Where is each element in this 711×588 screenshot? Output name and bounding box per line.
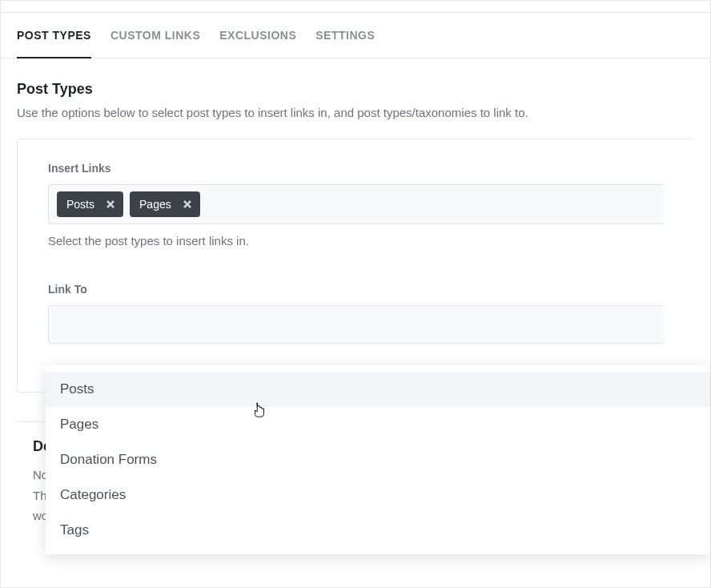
section-description: Use the options below to select post typ… <box>17 106 694 119</box>
close-icon <box>106 199 115 209</box>
settings-panel: Insert Links Posts Pages Select the post… <box>17 139 694 393</box>
link-to-label: Link To <box>48 283 664 296</box>
link-to-dropdown: Posts Pages Donation Forms Categories Ta… <box>46 365 710 554</box>
remove-tag-posts[interactable] <box>102 196 118 212</box>
tag-posts: Posts <box>57 191 123 217</box>
close-icon <box>183 199 192 209</box>
tabs-bar: POST TYPES CUSTOM LINKS EXCLUSIONS SETTI… <box>1 12 710 58</box>
tab-settings[interactable]: SETTINGS <box>315 13 375 58</box>
insert-links-input[interactable]: Posts Pages <box>48 184 664 224</box>
insert-links-label: Insert Links <box>48 162 664 175</box>
remove-tag-pages[interactable] <box>179 196 195 212</box>
tag-label: Posts <box>66 198 94 211</box>
dropdown-option-posts[interactable]: Posts <box>46 372 710 407</box>
insert-links-help: Select the post types to insert links in… <box>48 234 664 248</box>
dropdown-option-donation-forms[interactable]: Donation Forms <box>46 442 710 477</box>
tab-custom-links[interactable]: CUSTOM LINKS <box>110 13 200 58</box>
tag-pages: Pages <box>130 191 200 217</box>
link-to-input[interactable] <box>48 305 664 344</box>
dropdown-option-categories[interactable]: Categories <box>46 477 710 513</box>
tab-exclusions[interactable]: EXCLUSIONS <box>219 13 296 58</box>
tab-post-types[interactable]: POST TYPES <box>17 13 91 58</box>
section-title: Post Types <box>17 81 694 98</box>
dropdown-option-pages[interactable]: Pages <box>46 407 710 442</box>
dropdown-option-tags[interactable]: Tags <box>46 513 710 548</box>
app-container: POST TYPES CUSTOM LINKS EXCLUSIONS SETTI… <box>0 0 711 588</box>
tag-label: Pages <box>139 198 171 211</box>
